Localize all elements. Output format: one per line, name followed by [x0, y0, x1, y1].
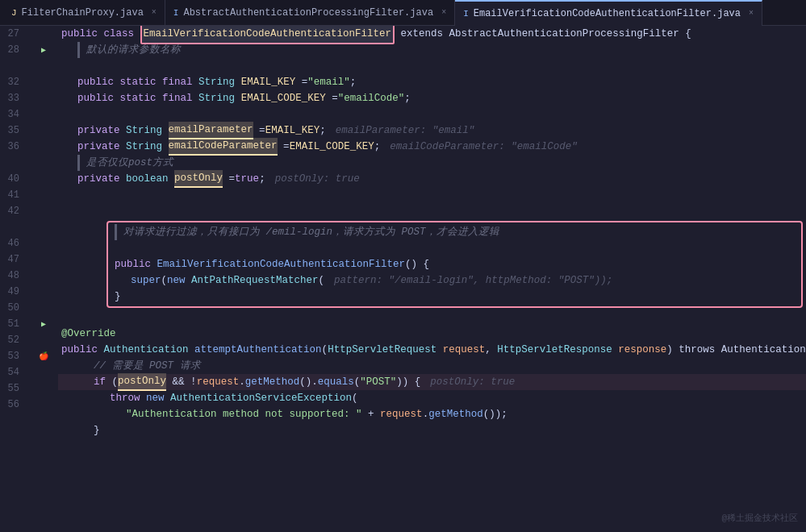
gc-47 — [32, 251, 55, 268]
ln-32: 32 — [0, 74, 26, 90]
ln-51: 51 — [0, 316, 26, 332]
kw-final-32: final — [162, 74, 193, 90]
paren-47a: ( — [161, 272, 168, 289]
comment-post: 是否仅仅post方式 — [77, 155, 173, 171]
code-line-postcomment: 是否仅仅post方式 — [58, 155, 806, 171]
dot-55: . — [423, 406, 429, 422]
field-postonly-53: postOnly — [118, 373, 166, 391]
ln-blank2 — [0, 155, 26, 171]
ln-49: 49 — [0, 284, 26, 300]
paren-47b: ( — [319, 272, 325, 289]
tab-filterchainproxy[interactable]: J FilterChainProxy.java × — [3, 0, 165, 26]
gc-52 — [32, 332, 55, 348]
paren-46: () { — [405, 256, 429, 272]
semi-35: ; — [319, 123, 326, 139]
kw-public-33: public — [77, 90, 114, 106]
tab-label-2: AbstractAuthenticationProcessingFilter.j… — [183, 7, 433, 19]
semi-40: ; — [259, 171, 265, 187]
kw-static-33: static — [120, 90, 157, 106]
param-request-53: request — [197, 374, 240, 390]
param-request-55: request — [380, 406, 423, 422]
close-tab-3[interactable]: × — [749, 9, 754, 18]
close-tab-1[interactable]: × — [152, 8, 157, 17]
method-getmethod: getMethod — [245, 374, 300, 390]
kw-static: static — [120, 74, 157, 90]
hint-40: postOnly: true — [275, 171, 360, 187]
eq-33: = — [332, 90, 338, 106]
amp-53: && — [173, 374, 185, 390]
gc-55 — [32, 380, 55, 397]
eq-35: = — [259, 123, 265, 139]
red-box-section: 对请求进行过滤，只有接口为 /emil-login，请求方式为 POST，才会进… — [106, 221, 803, 308]
code-line-28: 默认的请求参数名称 — [58, 42, 806, 58]
code-line-46: public EmailVerificationCodeAuthenticati… — [111, 256, 798, 272]
code-line-47: super(new AntPathRequestMatcher(pattern:… — [111, 272, 798, 289]
editor-area: 27 28 32 33 34 35 36 40 41 42 46 47 48 4… — [0, 26, 806, 532]
kw-new-47: new — [167, 272, 186, 289]
eq-32: = — [302, 74, 308, 90]
ln-35: 35 — [0, 123, 26, 139]
code-content[interactable]: public class EmailVerificationCodeAuthen… — [55, 26, 806, 532]
param-request: request — [443, 342, 486, 358]
gc-b2 — [32, 155, 55, 171]
kw-public-51: public — [61, 342, 98, 358]
ln-blank3 — [0, 219, 26, 235]
hint-36: emailCodeParameter: "emailCode" — [390, 139, 578, 155]
ln-36: 36 — [0, 139, 26, 155]
ln-55: 55 — [0, 380, 26, 397]
throws-51: ) throws AuthenticationExcep... — [666, 342, 806, 358]
kw-public-class: public class — [61, 26, 134, 42]
code-line-filtercomment: 对请求进行过滤，只有接口为 /emil-login，请求方式为 POST，才会进… — [111, 224, 798, 240]
type-bool-40: boolean — [126, 171, 169, 187]
code-line-56: } — [58, 422, 806, 438]
gc-51: ▶ — [32, 316, 55, 332]
gc-35 — [32, 123, 55, 139]
brace-48: } — [115, 289, 121, 305]
gc-34 — [32, 106, 55, 123]
semi-36: ; — [374, 139, 381, 155]
code-line-27: public class EmailVerificationCodeAuthen… — [58, 26, 806, 42]
type-string-35: String — [126, 123, 162, 139]
type-string-36: String — [126, 139, 162, 155]
ln-41: 41 — [0, 187, 26, 203]
gc-b3 — [32, 219, 55, 235]
brace-56: } — [94, 422, 100, 438]
tab-abstractauth[interactable]: I AbstractAuthenticationProcessingFilter… — [165, 0, 455, 26]
close-tab-2[interactable]: × — [441, 8, 446, 17]
code-line-blank-redbox — [111, 240, 798, 256]
code-line-50: @Override — [58, 326, 806, 342]
semi-32: ; — [350, 74, 357, 90]
tab-emailverification[interactable]: I EmailVerificationCodeAuthenticationFil… — [455, 0, 762, 26]
ln-47: 47 — [0, 251, 26, 268]
kw-throw: throw — [110, 390, 140, 406]
interface-icon-3: I — [463, 9, 469, 19]
comma-51: , — [485, 342, 491, 358]
code-line-35: private String emailParameter = EMAIL_KE… — [58, 123, 806, 139]
type-hsr: HttpServletRequest — [328, 342, 436, 358]
code-line-48: } — [111, 289, 798, 305]
code-line-blank1 — [58, 58, 806, 74]
method-equals: equals — [318, 374, 354, 390]
java-icon-1: J — [11, 8, 17, 18]
type-hsresp: HttpServletResponse — [497, 342, 612, 358]
code-line-52: // 需要是 POST 请求 — [58, 358, 806, 374]
paren-53b: (). — [299, 374, 318, 390]
method-getmethod-55: getMethod — [428, 406, 483, 422]
method-constructor: EmailVerificationCodeAuthenticationFilte… — [157, 256, 406, 272]
code-line-33: public static final String EMAIL_CODE_KE… — [58, 90, 806, 106]
plus-55: + — [368, 406, 374, 422]
field-email-key: EMAIL_KEY — [241, 74, 296, 90]
type-authexception: AuthenticationServiceException — [170, 390, 352, 406]
tab-label-3: EmailVerificationCodeAuthenticationFilte… — [474, 8, 741, 19]
gc-49 — [32, 284, 55, 300]
gc-36 — [32, 139, 55, 155]
code-line-36: private String emailCodeParameter = EMAI… — [58, 139, 806, 155]
field-emailcodeparam: emailCodeParameter — [169, 138, 278, 156]
extends-part: extends AbstractAuthenticationProcessing… — [401, 26, 691, 42]
field-email-code-key: EMAIL_CODE_KEY — [241, 90, 326, 106]
ln-28: 28 — [0, 42, 26, 58]
code-line-41 — [58, 187, 806, 203]
str-emailcode: "emailCode" — [338, 90, 405, 106]
comment-52: // 需要是 POST 请求 — [94, 358, 201, 374]
hint-35: emailParameter: "email" — [336, 123, 475, 139]
